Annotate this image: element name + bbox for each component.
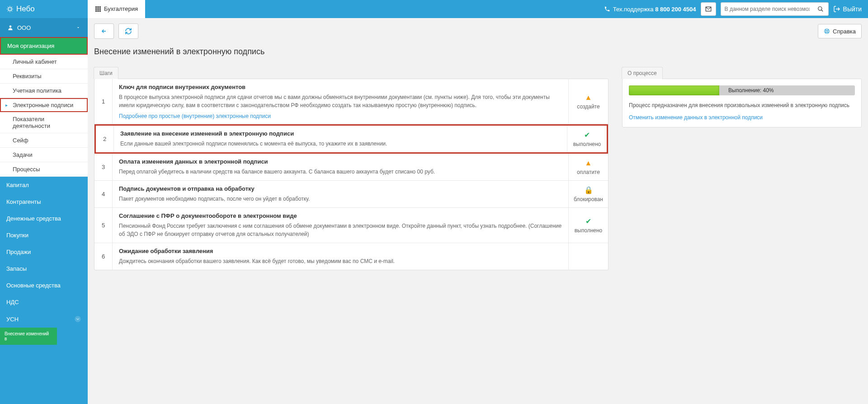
step-text: Дождитесь окончания обработки вашего зая…	[119, 257, 562, 265]
grid-icon	[95, 6, 101, 12]
nav-link-0[interactable]: Капитал	[0, 177, 88, 193]
step-status-icon: ✔	[585, 217, 591, 225]
phone-icon	[604, 6, 610, 12]
process-tab[interactable]: О процессе	[622, 67, 663, 79]
nav-link-8[interactable]: УСН	[0, 310, 88, 328]
svg-rect-4	[95, 8, 97, 10]
progress-label: Выполнение: 40%	[728, 87, 774, 94]
logout-button[interactable]: Выйти	[833, 5, 862, 13]
steps-panel: 1Ключ для подписи внутренних документовВ…	[94, 79, 609, 270]
sidebar-submenu: Личный кабинетРеквизитыУчетная политикаЭ…	[0, 55, 88, 177]
chevron-down-circle-icon	[74, 315, 81, 323]
step-row-1[interactable]: 1Ключ для подписи внутренних документовВ…	[94, 79, 608, 124]
step-title: Ожидание обработки заявления	[119, 248, 562, 254]
sidebar-header-myorg[interactable]: Моя организация	[0, 37, 88, 55]
step-title: Заявление на внесение изменений в электр…	[120, 130, 561, 137]
main: Справка Внесение изменений в электронную…	[88, 18, 868, 404]
sidebar-item-2[interactable]: Учетная политика	[0, 84, 88, 98]
step-num: 6	[94, 243, 113, 270]
caret-down-icon	[76, 25, 80, 30]
step-status-label: оплатите	[577, 169, 600, 175]
svg-rect-8	[97, 10, 99, 12]
sidebar-item-0[interactable]: Личный кабинет	[0, 55, 88, 69]
process-text: Процесс предназначен для внесения произв…	[629, 102, 855, 109]
step-num: 1	[94, 79, 113, 124]
bottom-badge[interactable]: Внесение изменений в	[0, 328, 57, 345]
sidebar-item-1[interactable]: Реквизиты	[0, 69, 88, 84]
step-row-4[interactable]: 4Подпись документов и отправка на обрабо…	[94, 181, 608, 208]
help-label: Справка	[833, 28, 856, 35]
step-row-6[interactable]: 6Ожидание обработки заявленияДождитесь о…	[94, 243, 608, 270]
svg-rect-1	[95, 6, 97, 8]
tab-accounting-label: Бухгалтерия	[104, 5, 138, 12]
step-num: 4	[94, 181, 113, 207]
tab-accounting[interactable]: Бухгалтерия	[88, 0, 145, 18]
toolbar: Справка	[94, 23, 862, 39]
search-icon	[817, 6, 824, 12]
mail-icon	[705, 6, 712, 12]
sidebar-item-6[interactable]: Задачи	[0, 148, 88, 162]
sidebar-item-5[interactable]: Сейф	[0, 133, 88, 148]
org-selector[interactable]: ООО	[0, 18, 88, 37]
step-title: Ключ для подписи внутренних документов	[119, 84, 562, 90]
sidebar-header-label: Моя организация	[7, 42, 54, 49]
step-status-label: выполнено	[573, 141, 601, 147]
back-button[interactable]	[94, 23, 114, 39]
step-num: 3	[94, 154, 113, 180]
step-title: Подпись документов и отправка на обработ…	[119, 185, 562, 192]
search-input[interactable]	[721, 2, 813, 16]
arrow-left-icon	[99, 28, 108, 34]
user-icon	[7, 24, 14, 31]
nav-link-4[interactable]: Продажи	[0, 244, 88, 260]
svg-point-11	[9, 25, 12, 28]
steps-tab[interactable]: Шаги	[94, 67, 118, 79]
help-button[interactable]: Справка	[818, 24, 862, 38]
support-info[interactable]: Тех.поддержка 8 800 200 4504	[604, 6, 696, 13]
svg-rect-9	[99, 10, 101, 12]
step-num: 2	[96, 126, 114, 152]
step-link[interactable]: Подробнее про простые (внутренние) элект…	[119, 113, 562, 119]
support-phone: 8 800 200 4504	[655, 6, 696, 13]
svg-rect-2	[97, 6, 99, 8]
refresh-button[interactable]	[118, 23, 138, 39]
nav-link-3[interactable]: Покупки	[0, 227, 88, 244]
sidebar-item-7[interactable]: Процессы	[0, 162, 88, 177]
step-row-2[interactable]: 2Заявление на внесение изменений в элект…	[94, 124, 608, 154]
lifebuoy-icon	[824, 28, 830, 34]
nav-link-5[interactable]: Запасы	[0, 260, 88, 277]
refresh-icon	[125, 28, 132, 35]
nav-link-1[interactable]: Контрагенты	[0, 193, 88, 210]
process-panel: Выполнение: 40% Процесс предназначен для…	[622, 79, 862, 127]
nav-link-2[interactable]: Денежные средства	[0, 210, 88, 227]
nav-link-7[interactable]: НДС	[0, 294, 88, 310]
brand-text: Небо	[16, 5, 35, 14]
step-row-5[interactable]: 5Соглашение с ПФР о документообороте в э…	[94, 208, 608, 243]
step-status-icon: ▲	[585, 94, 592, 102]
svg-rect-3	[99, 6, 101, 8]
brand[interactable]: Небо	[0, 0, 88, 18]
step-text: Если данные вашей электронной подписи по…	[120, 140, 561, 148]
step-title: Оплата изменения данных в электронной по…	[119, 158, 562, 165]
step-status-icon: ▲	[585, 159, 592, 167]
org-name: ООО	[17, 24, 31, 31]
logo-icon	[6, 5, 14, 13]
step-text: Пенсионный Фонд России требует заключени…	[119, 222, 562, 238]
step-status-label: создайте	[577, 103, 599, 110]
process-cancel-link[interactable]: Отменить изменение данных в электронной …	[629, 114, 763, 121]
step-text: Пакет документов необходимо подписать, п…	[119, 195, 562, 203]
step-num: 5	[94, 208, 113, 243]
logout-label: Выйти	[843, 5, 862, 13]
svg-point-0	[9, 8, 12, 11]
svg-rect-6	[99, 8, 101, 10]
svg-rect-5	[97, 8, 99, 10]
step-row-3[interactable]: 3Оплата изменения данных в электронной п…	[94, 154, 608, 181]
mail-button[interactable]	[701, 2, 716, 16]
step-status-icon: 🔒	[584, 186, 593, 194]
step-text: Перед оплатой убедитесь в наличии средст…	[119, 168, 562, 176]
search-button[interactable]	[813, 2, 829, 16]
sidebar-item-4[interactable]: Показатели деятельности	[0, 112, 88, 133]
search	[721, 2, 829, 16]
step-status-label: блокирован	[574, 196, 603, 202]
sidebar-item-3[interactable]: Электронные подписи	[0, 98, 88, 112]
nav-link-6[interactable]: Основные средства	[0, 277, 88, 294]
